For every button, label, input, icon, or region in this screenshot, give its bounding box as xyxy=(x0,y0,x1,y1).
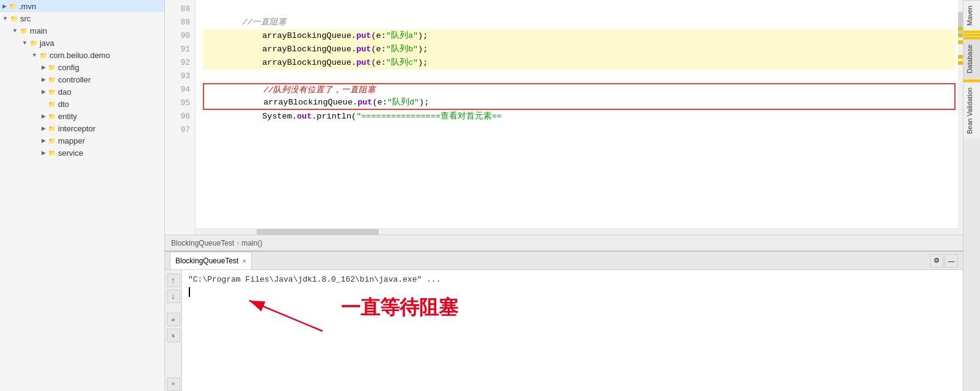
code-line-95: arrayBlockingQueue.put(e: "队列d"); xyxy=(203,97,956,110)
arrow-icon: ▶ xyxy=(42,64,46,70)
breadcrumb-method: main() xyxy=(241,239,262,247)
console-cursor-line xyxy=(188,286,957,298)
tree-label: dto xyxy=(58,100,69,109)
code-editor: 88 89 90 91 92 93 94 95 96 97 //一直阻塞 arr… xyxy=(165,0,963,235)
bean-tab-label: Bean Validation xyxy=(966,87,973,134)
comment-text: //一直阻塞 xyxy=(203,16,287,29)
tree-item-dto[interactable]: ▶ 📁 dto xyxy=(0,98,164,110)
expand-button[interactable]: » xyxy=(167,378,180,391)
tree-label: config xyxy=(58,63,79,72)
scroll-up-button[interactable]: ↑ xyxy=(167,274,180,287)
arrow-icon: ▼ xyxy=(12,27,18,34)
scrollbar-thumb xyxy=(958,12,963,37)
code-line-92: arrayBlockingQueue.put(e: "队列c"); xyxy=(203,56,956,70)
folder-icon: 📁 xyxy=(47,75,57,84)
breadcrumb-file: BlockingQueueTest xyxy=(171,239,234,247)
tree-item-entity[interactable]: ▶ 📁 entity xyxy=(0,110,164,122)
arrow-icon: ▶ xyxy=(42,76,46,82)
tree-label: controller xyxy=(58,75,90,84)
arrow-icon: ▼ xyxy=(22,40,27,46)
tree-label: service xyxy=(58,148,83,158)
breadcrumb: BlockingQueueTest › main() xyxy=(165,235,963,250)
wrap-button[interactable]: ⇄ xyxy=(167,313,180,326)
folder-icon: 📁 xyxy=(9,13,19,23)
main-content: 88 89 90 91 92 93 94 95 96 97 //一直阻塞 arr… xyxy=(165,0,963,391)
console-area: ↑ ↓ ⇄ ⇅ » "C:\Program Files\Java\jdk1.8.… xyxy=(165,270,963,391)
tree-item-service[interactable]: ▶ 📁 service xyxy=(0,147,164,159)
arrow-icon: ▼ xyxy=(32,52,37,58)
arrow-icon: ▼ xyxy=(2,15,8,21)
cursor xyxy=(189,287,190,297)
tree-label: src xyxy=(20,14,31,23)
maven-tab[interactable]: Maven xyxy=(964,0,980,31)
code-line-94: //队列没有位置了，一直阻塞 xyxy=(203,83,956,97)
folder-icon: 📁 xyxy=(47,62,57,72)
code-line-91: arrayBlockingQueue.put(e: "队列b"); xyxy=(203,43,956,56)
tree-label: dao xyxy=(58,87,71,97)
tree-item-src[interactable]: ▼ 📁 src xyxy=(0,12,164,24)
tree-item-interceptor[interactable]: ▶ 📁 interceptor xyxy=(0,122,164,134)
arrow-icon: ▶ xyxy=(42,113,46,119)
tree-label: java xyxy=(40,38,54,48)
code-line-96: System.out.println("================查看对首… xyxy=(203,110,956,123)
arrow-icon: ▶ xyxy=(42,150,46,156)
console-output: "C:\Program Files\Java\jdk1.8.0_162\bin\… xyxy=(182,270,963,391)
tree-label: interceptor xyxy=(58,124,95,133)
database-tab[interactable]: Database xyxy=(964,39,980,78)
folder-icon: 📁 xyxy=(38,50,48,60)
maven-tab-label: Maven xyxy=(966,5,973,26)
settings-button[interactable]: ⚙ xyxy=(930,254,943,268)
tree-item-mvn[interactable]: ▶ 📁 .mvn xyxy=(0,0,164,12)
mini-scrollbar[interactable] xyxy=(958,0,963,235)
arrow-icon: ▶ xyxy=(42,125,46,131)
tab-label: BlockingQueueTest xyxy=(175,257,238,265)
code-line-89: //一直阻塞 xyxy=(203,16,956,29)
console-left-controls: ↑ ↓ ⇄ ⇅ » xyxy=(165,270,182,391)
line-numbers: 88 89 90 91 92 93 94 95 96 97 xyxy=(165,0,196,235)
tab-close-icon[interactable]: × xyxy=(242,257,246,265)
tree-label: com.beiluo.demo xyxy=(49,51,110,60)
arrow-icon: ▶ xyxy=(2,3,7,9)
tree-item-com-beiluo[interactable]: ▼ 📁 com.beiluo.demo xyxy=(0,49,164,61)
svg-line-1 xyxy=(249,301,323,331)
tree-label: mapper xyxy=(58,136,85,145)
tree-item-main[interactable]: ▼ 📁 main xyxy=(0,24,164,37)
folder-icon: 📁 xyxy=(8,1,18,11)
bottom-toolbar: BlockingQueueTest × ⚙ — xyxy=(165,252,963,270)
tree-item-java[interactable]: ▼ 📁 java xyxy=(0,37,164,49)
tree-label: main xyxy=(30,26,47,35)
folder-icon: 📁 xyxy=(47,123,57,133)
folder-icon: 📁 xyxy=(47,148,57,158)
minimize-button[interactable]: — xyxy=(945,254,958,268)
bean-validation-tab[interactable]: Bean Validation xyxy=(964,82,980,139)
filter-button[interactable]: ⇅ xyxy=(167,329,180,342)
arrow-icon: ▶ xyxy=(42,137,46,144)
code-line-88 xyxy=(203,2,956,16)
folder-icon: 📁 xyxy=(19,26,29,35)
annotation-text: 一直等待阻塞 xyxy=(341,294,458,321)
file-tree: ▶ 📁 .mvn ▼ 📁 src ▼ 📁 main ▼ 📁 java ▼ 📁 c… xyxy=(0,0,165,391)
bottom-panel: BlockingQueueTest × ⚙ — ↑ ↓ ⇄ ⇅ » "C:\Pr… xyxy=(165,250,963,391)
folder-icon: 📁 xyxy=(47,136,57,145)
right-panel: Maven Database Bean Validation xyxy=(963,0,980,391)
tree-item-controller[interactable]: ▶ 📁 controller xyxy=(0,73,164,86)
breadcrumb-sep: › xyxy=(236,239,239,247)
code-line-97 xyxy=(203,123,956,137)
console-tab[interactable]: BlockingQueueTest × xyxy=(170,252,252,269)
tree-item-dao[interactable]: ▶ 📁 dao xyxy=(0,86,164,98)
database-tab-label: Database xyxy=(966,45,973,73)
folder-icon: 📁 xyxy=(29,38,38,48)
code-area[interactable]: //一直阻塞 arrayBlockingQueue.put(e: "队列a");… xyxy=(196,0,963,235)
code-line-90: arrayBlockingQueue.put(e: "队列a"); xyxy=(203,29,956,43)
bottom-controls: ⚙ — xyxy=(929,254,958,268)
tree-item-mapper[interactable]: ▶ 📁 mapper xyxy=(0,134,164,147)
folder-icon: 📁 xyxy=(47,99,57,109)
scroll-down-button[interactable]: ↓ xyxy=(167,290,180,303)
tree-item-config[interactable]: ▶ 📁 config xyxy=(0,61,164,73)
tree-label: .mvn xyxy=(19,2,36,11)
tree-label: entity xyxy=(58,112,77,121)
folder-icon: 📁 xyxy=(47,87,57,97)
arrow-icon: ▶ xyxy=(42,89,46,95)
console-line-1: "C:\Program Files\Java\jdk1.8.0_162\bin\… xyxy=(188,274,957,286)
folder-icon: 📁 xyxy=(47,111,57,121)
